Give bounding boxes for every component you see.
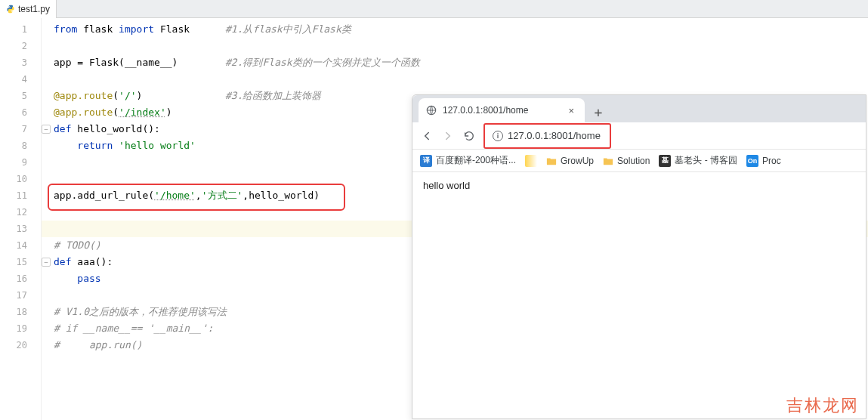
bookmark-item[interactable]: Solution bbox=[603, 156, 650, 166]
address-bar-highlight: i 127.0.0.1:8001/home bbox=[483, 123, 611, 149]
editor-tab[interactable]: test1.py bbox=[0, 0, 57, 18]
folder-icon bbox=[603, 156, 613, 166]
favicon bbox=[525, 155, 537, 167]
page-content: hello world bbox=[412, 172, 866, 199]
line-number: 5 bbox=[0, 88, 41, 104]
line-number: 16 bbox=[0, 270, 41, 287]
line-number: 2 bbox=[0, 38, 41, 54]
bookmark-item[interactable]: 译百度翻译-200种语... bbox=[420, 154, 516, 167]
line-number-gutter: 1 2 3 4 5 6 7 8 9 10 11 12 13 14 15 16 1… bbox=[0, 18, 42, 420]
favicon: 译 bbox=[420, 155, 432, 167]
line-number: 7 bbox=[0, 121, 41, 137]
browser-tab[interactable]: 127.0.0.1:8001/home × bbox=[419, 98, 585, 122]
code-line bbox=[42, 38, 868, 54]
close-tab-icon[interactable]: × bbox=[565, 105, 577, 116]
line-number: 12 bbox=[0, 204, 41, 221]
forward-button[interactable] bbox=[441, 129, 455, 143]
browser-tab-title: 127.0.0.1:8001/home bbox=[443, 105, 528, 116]
favicon: On bbox=[746, 155, 758, 167]
globe-icon bbox=[426, 105, 437, 116]
folder-icon bbox=[546, 156, 557, 166]
url-text: 127.0.0.1:8001/home bbox=[508, 130, 601, 141]
line-number: 1 bbox=[0, 21, 41, 38]
new-tab-button[interactable]: + bbox=[588, 101, 609, 122]
line-number: 10 bbox=[0, 171, 41, 187]
reload-button[interactable] bbox=[462, 129, 476, 143]
svg-point-1 bbox=[11, 11, 12, 12]
back-button[interactable] bbox=[420, 129, 434, 143]
editor-tabstrip: test1.py bbox=[0, 0, 868, 18]
code-line bbox=[42, 71, 868, 88]
line-number: 15 bbox=[0, 254, 41, 270]
line-number: 14 bbox=[0, 237, 41, 254]
line-number: 8 bbox=[0, 137, 41, 154]
line-number: 9 bbox=[0, 154, 41, 171]
line-number: 20 bbox=[0, 337, 41, 354]
line-number: 4 bbox=[0, 71, 41, 88]
fold-icon[interactable]: − bbox=[42, 258, 51, 267]
code-line: app = Flask(__name__) #2.得到Flask类的一个实例并定… bbox=[42, 54, 868, 71]
line-number: 3 bbox=[0, 54, 41, 71]
browser-toolbar: i 127.0.0.1:8001/home bbox=[412, 122, 866, 150]
bookmark-item[interactable]: GrowUp bbox=[546, 156, 594, 166]
line-number: 13 bbox=[0, 221, 41, 237]
line-number: 17 bbox=[0, 287, 41, 304]
browser-tabstrip: 127.0.0.1:8001/home × + bbox=[412, 95, 866, 122]
code-line: from flask import Flask #1.从flask中引入Flas… bbox=[42, 21, 868, 38]
watermark: 吉林龙网 bbox=[786, 394, 859, 417]
bookmark-item[interactable] bbox=[525, 155, 537, 167]
bookmark-item[interactable]: 墓墓老头 - 博客园 bbox=[659, 154, 737, 167]
line-number: 6 bbox=[0, 104, 41, 121]
bookmarks-bar: 译百度翻译-200种语... GrowUp Solution 墓墓老头 - 博客… bbox=[412, 150, 866, 172]
python-file-icon bbox=[6, 5, 15, 14]
svg-point-0 bbox=[9, 6, 10, 7]
line-number: 11 bbox=[0, 187, 41, 204]
browser-window: 127.0.0.1:8001/home × + i 127.0.0.1:8001… bbox=[412, 94, 866, 419]
site-info-icon[interactable]: i bbox=[493, 131, 503, 141]
line-number: 18 bbox=[0, 304, 41, 320]
bookmark-item[interactable]: OnProc bbox=[746, 155, 781, 167]
fold-icon[interactable]: − bbox=[42, 125, 51, 134]
editor-tab-label: test1.py bbox=[18, 4, 50, 14]
line-number: 19 bbox=[0, 320, 41, 337]
favicon: 墓 bbox=[659, 155, 671, 167]
response-text: hello world bbox=[423, 180, 470, 191]
address-bar[interactable]: i 127.0.0.1:8001/home bbox=[487, 125, 608, 147]
